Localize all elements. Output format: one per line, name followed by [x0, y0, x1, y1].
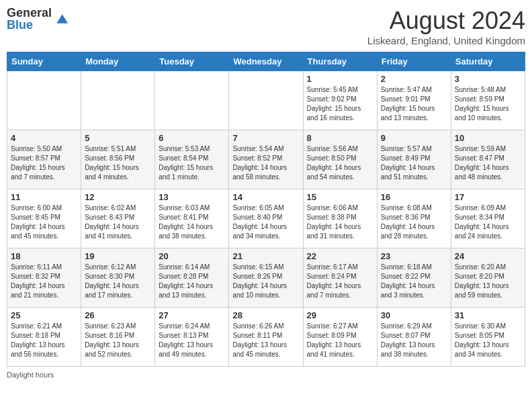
day-info: Sunrise: 6:03 AM Sunset: 8:41 PM Dayligh…: [159, 203, 225, 241]
month-title: August 2024: [367, 7, 525, 35]
calendar-week-row: 25Sunrise: 6:21 AM Sunset: 8:18 PM Dayli…: [7, 308, 525, 367]
day-info: Sunrise: 5:53 AM Sunset: 8:54 PM Dayligh…: [159, 144, 225, 182]
day-number: 4: [11, 133, 77, 143]
calendar-week-row: 4Sunrise: 5:50 AM Sunset: 8:57 PM Daylig…: [7, 130, 525, 189]
footer-note: Daylight hours: [7, 371, 525, 379]
calendar-week-row: 11Sunrise: 6:00 AM Sunset: 8:45 PM Dayli…: [7, 189, 525, 248]
day-info: Sunrise: 5:51 AM Sunset: 8:56 PM Dayligh…: [85, 144, 151, 182]
calendar-cell: 3Sunrise: 5:48 AM Sunset: 8:59 PM Daylig…: [451, 71, 525, 130]
calendar-cell: 20Sunrise: 6:14 AM Sunset: 8:28 PM Dayli…: [155, 248, 229, 308]
calendar-cell: 31Sunrise: 6:30 AM Sunset: 8:05 PM Dayli…: [451, 308, 525, 367]
day-info: Sunrise: 5:54 AM Sunset: 8:52 PM Dayligh…: [232, 144, 299, 182]
day-number: 27: [159, 310, 225, 320]
calendar-cell: 28Sunrise: 6:26 AM Sunset: 8:11 PM Dayli…: [229, 308, 303, 367]
calendar-table: SundayMondayTuesdayWednesdayThursdayFrid…: [7, 52, 525, 367]
calendar-cell: 30Sunrise: 6:29 AM Sunset: 8:07 PM Dayli…: [377, 308, 451, 367]
day-number: 9: [381, 133, 447, 143]
day-number: 6: [159, 133, 225, 143]
calendar-cell: 6Sunrise: 5:53 AM Sunset: 8:54 PM Daylig…: [155, 130, 229, 189]
calendar-cell: 11Sunrise: 6:00 AM Sunset: 8:45 PM Dayli…: [7, 189, 81, 248]
day-number: 16: [381, 192, 447, 202]
day-number: 24: [455, 251, 521, 261]
day-info: Sunrise: 6:05 AM Sunset: 8:40 PM Dayligh…: [232, 203, 299, 241]
calendar-cell: 29Sunrise: 6:27 AM Sunset: 8:09 PM Dayli…: [303, 308, 377, 367]
calendar-cell: 19Sunrise: 6:12 AM Sunset: 8:30 PM Dayli…: [81, 248, 155, 308]
day-number: 15: [307, 192, 373, 202]
day-number: 30: [381, 310, 447, 320]
day-number: 29: [307, 310, 373, 320]
calendar-week-row: 18Sunrise: 6:11 AM Sunset: 8:32 PM Dayli…: [7, 248, 525, 308]
day-number: 7: [232, 133, 299, 143]
calendar-cell: 15Sunrise: 6:06 AM Sunset: 8:38 PM Dayli…: [303, 189, 377, 248]
calendar-cell: 5Sunrise: 5:51 AM Sunset: 8:56 PM Daylig…: [81, 130, 155, 189]
calendar-cell: 24Sunrise: 6:20 AM Sunset: 8:20 PM Dayli…: [451, 248, 525, 308]
day-info: Sunrise: 6:17 AM Sunset: 8:24 PM Dayligh…: [307, 263, 373, 300]
day-info: Sunrise: 6:23 AM Sunset: 8:16 PM Dayligh…: [85, 322, 151, 359]
day-number: 26: [85, 310, 151, 320]
day-number: 25: [11, 310, 77, 320]
location-subtitle: Liskeard, England, United Kingdom: [367, 35, 525, 46]
day-number: 12: [85, 192, 151, 202]
header: General Blue August 2024 Liskeard, Engla…: [7, 7, 525, 46]
day-info: Sunrise: 6:20 AM Sunset: 8:20 PM Dayligh…: [455, 263, 521, 300]
calendar-cell: 25Sunrise: 6:21 AM Sunset: 8:18 PM Dayli…: [7, 308, 81, 367]
day-info: Sunrise: 6:09 AM Sunset: 8:34 PM Dayligh…: [455, 203, 521, 241]
day-info: Sunrise: 5:57 AM Sunset: 8:49 PM Dayligh…: [381, 144, 447, 182]
day-number: 23: [381, 251, 447, 261]
day-number: 10: [455, 133, 521, 143]
day-number: 13: [159, 192, 225, 202]
calendar-cell: 27Sunrise: 6:24 AM Sunset: 8:13 PM Dayli…: [155, 308, 229, 367]
logo-icon: [54, 12, 68, 26]
day-info: Sunrise: 6:30 AM Sunset: 8:05 PM Dayligh…: [455, 322, 521, 359]
calendar-cell: 23Sunrise: 6:18 AM Sunset: 8:22 PM Dayli…: [377, 248, 451, 308]
calendar-cell: 13Sunrise: 6:03 AM Sunset: 8:41 PM Dayli…: [155, 189, 229, 248]
calendar-week-row: 1Sunrise: 5:45 AM Sunset: 9:02 PM Daylig…: [7, 71, 525, 130]
day-of-week-header: Thursday: [303, 52, 377, 71]
calendar-cell: 21Sunrise: 6:15 AM Sunset: 8:26 PM Dayli…: [229, 248, 303, 308]
calendar-cell: [81, 71, 155, 130]
calendar-cell: 9Sunrise: 5:57 AM Sunset: 8:49 PM Daylig…: [377, 130, 451, 189]
day-info: Sunrise: 6:24 AM Sunset: 8:13 PM Dayligh…: [159, 322, 225, 359]
day-number: 19: [85, 251, 151, 261]
day-of-week-header: Monday: [81, 52, 155, 71]
day-number: 18: [11, 251, 77, 261]
calendar-cell: 1Sunrise: 5:45 AM Sunset: 9:02 PM Daylig…: [303, 71, 377, 130]
logo-general: General: [7, 7, 52, 19]
day-info: Sunrise: 6:27 AM Sunset: 8:09 PM Dayligh…: [307, 322, 373, 359]
day-info: Sunrise: 6:15 AM Sunset: 8:26 PM Dayligh…: [232, 263, 299, 300]
day-info: Sunrise: 6:00 AM Sunset: 8:45 PM Dayligh…: [11, 203, 77, 241]
calendar-cell: 8Sunrise: 5:56 AM Sunset: 8:50 PM Daylig…: [303, 130, 377, 189]
day-of-week-header: Friday: [377, 52, 451, 71]
day-number: 17: [455, 192, 521, 202]
day-of-week-header: Saturday: [451, 52, 525, 71]
day-info: Sunrise: 5:50 AM Sunset: 8:57 PM Dayligh…: [11, 144, 77, 182]
day-info: Sunrise: 6:21 AM Sunset: 8:18 PM Dayligh…: [11, 322, 77, 359]
day-of-week-header: Tuesday: [155, 52, 229, 71]
logo: General Blue: [7, 7, 68, 31]
calendar-cell: 18Sunrise: 6:11 AM Sunset: 8:32 PM Dayli…: [7, 248, 81, 308]
calendar-cell: 12Sunrise: 6:02 AM Sunset: 8:43 PM Dayli…: [81, 189, 155, 248]
day-info: Sunrise: 5:56 AM Sunset: 8:50 PM Dayligh…: [307, 144, 373, 182]
calendar-cell: [229, 71, 303, 130]
day-info: Sunrise: 5:47 AM Sunset: 9:01 PM Dayligh…: [381, 85, 447, 123]
calendar-header-row: SundayMondayTuesdayWednesdayThursdayFrid…: [7, 52, 525, 71]
day-number: 2: [381, 74, 447, 84]
day-number: 22: [307, 251, 373, 261]
calendar-cell: 14Sunrise: 6:05 AM Sunset: 8:40 PM Dayli…: [229, 189, 303, 248]
day-number: 3: [455, 74, 521, 84]
day-number: 11: [11, 192, 77, 202]
title-area: August 2024 Liskeard, England, United Ki…: [367, 7, 525, 46]
day-info: Sunrise: 5:45 AM Sunset: 9:02 PM Dayligh…: [307, 85, 373, 123]
day-number: 20: [159, 251, 225, 261]
calendar-cell: 4Sunrise: 5:50 AM Sunset: 8:57 PM Daylig…: [7, 130, 81, 189]
calendar-cell: 17Sunrise: 6:09 AM Sunset: 8:34 PM Dayli…: [451, 189, 525, 248]
day-number: 31: [455, 310, 521, 320]
calendar-cell: 16Sunrise: 6:08 AM Sunset: 8:36 PM Dayli…: [377, 189, 451, 248]
calendar-cell: 2Sunrise: 5:47 AM Sunset: 9:01 PM Daylig…: [377, 71, 451, 130]
day-info: Sunrise: 6:26 AM Sunset: 8:11 PM Dayligh…: [232, 322, 299, 359]
day-of-week-header: Wednesday: [229, 52, 303, 71]
calendar-cell: 26Sunrise: 6:23 AM Sunset: 8:16 PM Dayli…: [81, 308, 155, 367]
calendar-cell: [7, 71, 81, 130]
svg-marker-0: [56, 14, 68, 23]
day-of-week-header: Sunday: [7, 52, 81, 71]
